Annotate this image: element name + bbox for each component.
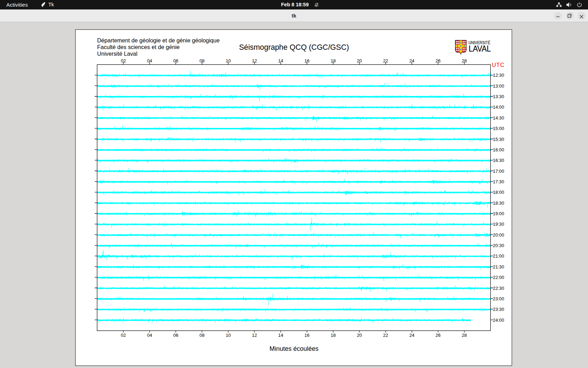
svg-text:UTC: UTC: [492, 62, 504, 68]
svg-text:08: 08: [200, 333, 204, 338]
svg-text:21:00: 21:00: [493, 253, 504, 259]
svg-text:24: 24: [409, 58, 414, 63]
svg-text:15:00: 15:00: [493, 126, 504, 131]
svg-text:18: 18: [331, 58, 336, 63]
svg-text:14:30: 14:30: [493, 115, 504, 121]
svg-text:20: 20: [357, 58, 362, 63]
svg-text:13:00: 13:00: [493, 83, 504, 89]
svg-text:18:30: 18:30: [493, 200, 504, 206]
svg-text:Séismographe QCQ (CGC/GSC): Séismographe QCQ (CGC/GSC): [239, 43, 349, 52]
svg-text:04: 04: [147, 333, 152, 338]
svg-text:10: 10: [226, 333, 231, 338]
svg-text:24:00: 24:00: [493, 318, 504, 323]
svg-text:18:00: 18:00: [493, 190, 504, 195]
svg-text:20:30: 20:30: [493, 243, 504, 248]
svg-text:14: 14: [278, 58, 283, 63]
svg-text:24: 24: [409, 333, 414, 338]
svg-text:15:30: 15:30: [493, 137, 504, 142]
svg-text:04: 04: [147, 58, 152, 63]
svg-text:19:00: 19:00: [493, 211, 504, 216]
svg-text:17:30: 17:30: [493, 179, 504, 184]
svg-text:Faculté des sciences et de gén: Faculté des sciences et de génie: [97, 44, 180, 50]
svg-text:14: 14: [278, 333, 283, 338]
svg-text:28: 28: [462, 58, 467, 63]
svg-text:21:30: 21:30: [493, 264, 504, 270]
svg-text:06: 06: [173, 333, 178, 338]
svg-text:28: 28: [462, 333, 467, 338]
svg-text:12: 12: [252, 333, 257, 338]
svg-text:LAVAL: LAVAL: [469, 44, 491, 53]
svg-text:22: 22: [383, 58, 388, 63]
svg-text:12:30: 12:30: [493, 73, 504, 78]
svg-text:13:30: 13:30: [493, 94, 504, 99]
svg-text:22:30: 22:30: [493, 286, 504, 291]
svg-text:20:00: 20:00: [493, 232, 504, 238]
svg-text:10: 10: [226, 58, 231, 63]
svg-text:23:30: 23:30: [493, 307, 504, 312]
svg-text:Université Laval: Université Laval: [97, 50, 138, 57]
svg-text:16:30: 16:30: [493, 158, 504, 163]
svg-text:12: 12: [252, 58, 257, 63]
svg-text:22: 22: [383, 333, 388, 338]
svg-text:23:00: 23:00: [493, 296, 504, 301]
svg-text:Département de géologie et de: Département de géologie et de génie géol…: [97, 37, 220, 43]
svg-text:22:00: 22:00: [493, 275, 504, 280]
svg-text:02: 02: [121, 333, 126, 338]
svg-text:17:00: 17:00: [493, 169, 504, 174]
svg-text:26: 26: [435, 333, 440, 338]
svg-text:16: 16: [304, 58, 309, 63]
svg-text:14:00: 14:00: [493, 104, 504, 110]
svg-text:16:00: 16:00: [493, 147, 504, 152]
svg-text:02: 02: [121, 58, 126, 63]
svg-text:08: 08: [200, 58, 204, 63]
svg-text:19:30: 19:30: [493, 222, 504, 227]
svg-text:16: 16: [304, 333, 309, 338]
svg-text:06: 06: [173, 58, 178, 63]
svg-text:26: 26: [435, 58, 440, 63]
svg-text:20: 20: [357, 333, 362, 338]
svg-text:Minutes écoulées: Minutes écoulées: [270, 345, 318, 352]
svg-text:18: 18: [331, 333, 336, 338]
